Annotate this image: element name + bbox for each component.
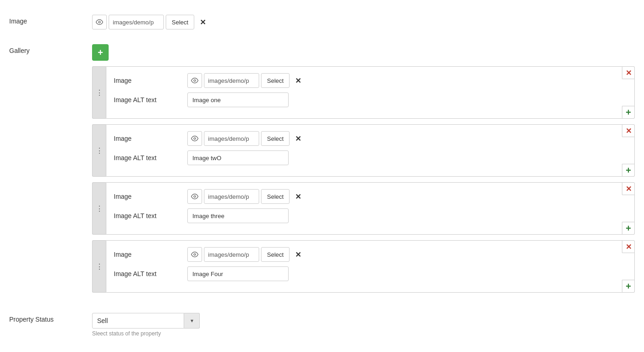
eye-icon	[96, 18, 103, 26]
property-status-wrapper: SellRentSoldRented ▾ Sleect status of th…	[92, 313, 200, 337]
gallery-item-delete-4[interactable]: ✕	[622, 240, 635, 253]
gallery-item-box-1: ✕ Image images/demo/p Select ✕ Image	[106, 66, 635, 119]
svg-point-1	[194, 80, 196, 81]
image-label: Image	[9, 15, 92, 25]
gallery-alt-input-3[interactable]	[187, 208, 289, 223]
gallery-image-label-4: Image	[114, 251, 187, 258]
gallery-item-box-3: ✕ Image images/demo/p Select ✕ Image	[106, 182, 635, 235]
gallery-alt-input-2[interactable]	[187, 150, 289, 165]
image-row: Image images/demo/p Select ✕	[0, 9, 644, 35]
gallery-item-add-1[interactable]: +	[622, 106, 635, 119]
image-select-button[interactable]: Select	[166, 15, 194, 29]
gallery-image-controls-1: images/demo/p Select ✕	[187, 73, 304, 88]
svg-point-0	[99, 21, 100, 23]
gallery-image-field-4: Image images/demo/p Select ✕	[114, 247, 627, 262]
gallery-alt-label-4: Image ALT text	[114, 270, 187, 277]
gallery-item-delete-2[interactable]: ✕	[622, 124, 635, 137]
gallery-image-controls-3: images/demo/p Select ✕	[187, 189, 304, 204]
svg-point-3	[194, 196, 196, 197]
gallery-image-controls-2: images/demo/p Select ✕	[187, 131, 304, 146]
gallery-image-label-1: Image	[114, 77, 187, 84]
gallery-item-delete-3[interactable]: ✕	[622, 182, 635, 195]
image-eye-button[interactable]	[92, 15, 107, 29]
gallery-alt-field-1: Image ALT text	[114, 92, 627, 107]
gallery-image-field-2: Image images/demo/p Select ✕	[114, 131, 627, 146]
gallery-alt-input-4[interactable]	[187, 266, 289, 281]
gallery-image-controls-4: images/demo/p Select ✕	[187, 247, 304, 262]
gallery-path-display-1: images/demo/p	[204, 73, 259, 88]
gallery-path-display-3: images/demo/p	[204, 189, 259, 204]
gallery-alt-label-1: Image ALT text	[114, 96, 187, 104]
gallery-alt-label-3: Image ALT text	[114, 212, 187, 219]
gallery-image-field-1: Image images/demo/p Select ✕	[114, 73, 627, 88]
property-status-label: Property Status	[9, 313, 92, 323]
gallery-item-add-4[interactable]: +	[622, 280, 635, 293]
gallery-item-add-3[interactable]: +	[622, 222, 635, 235]
gallery-eye-button-4[interactable]	[187, 247, 202, 262]
gallery-select-button-3[interactable]: Select	[261, 189, 290, 204]
gallery-item-delete-1[interactable]: ✕	[622, 66, 635, 79]
svg-point-2	[194, 138, 196, 139]
gallery-image-label-3: Image	[114, 193, 187, 200]
gallery-path-display-2: images/demo/p	[204, 131, 259, 146]
gallery-item-box-4: ✕ Image images/demo/p Select ✕ Image	[106, 240, 635, 293]
gallery-eye-button-2[interactable]	[187, 131, 202, 146]
gallery-alt-field-3: Image ALT text	[114, 208, 627, 223]
gallery-image-label-2: Image	[114, 135, 187, 142]
drag-handle-3[interactable]: ⋮	[92, 182, 106, 235]
gallery-alt-label-2: Image ALT text	[114, 154, 187, 162]
gallery-clear-button-2[interactable]: ✕	[291, 132, 304, 145]
gallery-item-2: ⋮ ✕ Image images/demo/p Select ✕	[92, 124, 635, 177]
status-dropdown-icon[interactable]: ▾	[184, 313, 200, 329]
gallery-clear-button-1[interactable]: ✕	[291, 74, 304, 87]
property-status-select[interactable]: SellRentSoldRented	[92, 313, 184, 329]
gallery-clear-button-4[interactable]: ✕	[291, 248, 304, 261]
gallery-eye-button-1[interactable]	[187, 73, 202, 88]
drag-handle-1[interactable]: ⋮	[92, 66, 106, 119]
gallery-clear-button-3[interactable]: ✕	[291, 190, 304, 203]
gallery-select-button-1[interactable]: Select	[261, 73, 290, 88]
status-hint: Sleect status of the property	[92, 330, 200, 337]
drag-handle-4[interactable]: ⋮	[92, 240, 106, 293]
gallery-items-container: ⋮ ✕ Image images/demo/p Select ✕	[92, 66, 635, 293]
gallery-item-4: ⋮ ✕ Image images/demo/p Select ✕	[92, 240, 635, 293]
gallery-eye-button-3[interactable]	[187, 189, 202, 204]
image-path-display: images/demo/p	[109, 15, 164, 29]
property-status-row: Property Status SellRentSoldRented ▾ Sle…	[0, 307, 644, 342]
gallery-eye-icon-2	[191, 135, 198, 142]
gallery-item-1: ⋮ ✕ Image images/demo/p Select ✕	[92, 66, 635, 119]
svg-point-4	[194, 254, 196, 255]
gallery-select-button-2[interactable]: Select	[261, 131, 290, 146]
image-field-row: images/demo/p Select ✕	[92, 15, 635, 29]
drag-handle-2[interactable]: ⋮	[92, 124, 106, 177]
gallery-select-button-4[interactable]: Select	[261, 247, 290, 262]
gallery-content: + ⋮ ✕ Image images/demo/p Select ✕	[92, 44, 635, 298]
gallery-eye-icon-1	[191, 77, 198, 84]
gallery-alt-input-1[interactable]	[187, 92, 289, 107]
gallery-item-3: ⋮ ✕ Image images/demo/p Select ✕	[92, 182, 635, 235]
gallery-image-field-3: Image images/demo/p Select ✕	[114, 189, 627, 204]
gallery-eye-icon-4	[191, 251, 198, 258]
gallery-alt-field-4: Image ALT text	[114, 266, 627, 281]
gallery-row: Gallery + ⋮ ✕ Image images/demo/p	[0, 39, 644, 304]
gallery-path-display-4: images/demo/p	[204, 247, 259, 262]
gallery-label: Gallery	[9, 44, 92, 54]
status-select-row: SellRentSoldRented ▾	[92, 313, 200, 329]
image-field-content: images/demo/p Select ✕	[92, 15, 635, 29]
gallery-alt-field-2: Image ALT text	[114, 150, 627, 165]
gallery-add-button[interactable]: +	[92, 44, 109, 61]
gallery-item-add-2[interactable]: +	[622, 164, 635, 177]
image-clear-button[interactable]: ✕	[196, 16, 209, 29]
gallery-add-row: +	[92, 44, 635, 61]
gallery-item-box-2: ✕ Image images/demo/p Select ✕ Image	[106, 124, 635, 177]
gallery-eye-icon-3	[191, 193, 198, 200]
